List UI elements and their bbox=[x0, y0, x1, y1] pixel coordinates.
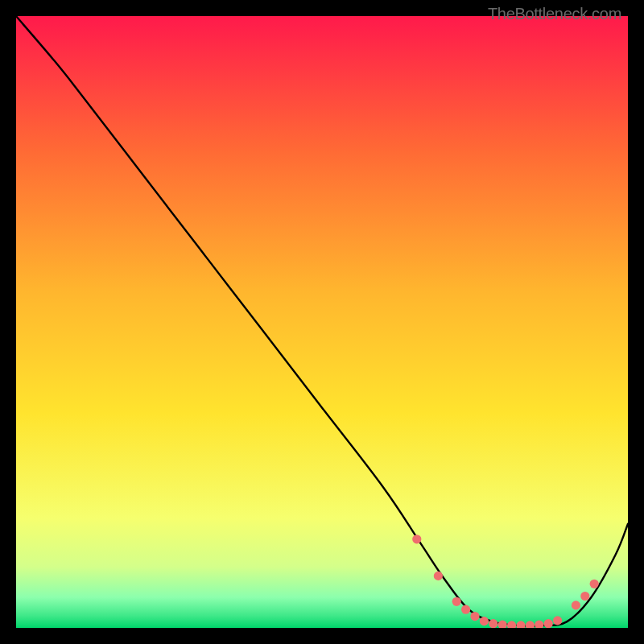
highlight-dot bbox=[480, 617, 489, 625]
highlight-dot bbox=[590, 580, 599, 588]
highlight-dot bbox=[572, 601, 580, 609]
highlight-dot bbox=[544, 619, 553, 628]
highlight-dot bbox=[489, 619, 497, 628]
highlight-dot bbox=[553, 616, 562, 625]
highlight-dot bbox=[470, 612, 479, 621]
highlight-dot bbox=[461, 605, 470, 614]
highlight-dot bbox=[412, 535, 421, 543]
highlight-dot bbox=[434, 572, 443, 580]
attribution-watermark: TheBottleneck.com bbox=[488, 5, 621, 23]
plot-area bbox=[16, 16, 628, 628]
chart-container: TheBottleneck.com bbox=[0, 0, 644, 644]
highlight-dot bbox=[452, 597, 461, 606]
highlight-dot bbox=[580, 592, 589, 601]
gradient-background bbox=[16, 16, 628, 628]
chart-svg bbox=[16, 16, 628, 628]
